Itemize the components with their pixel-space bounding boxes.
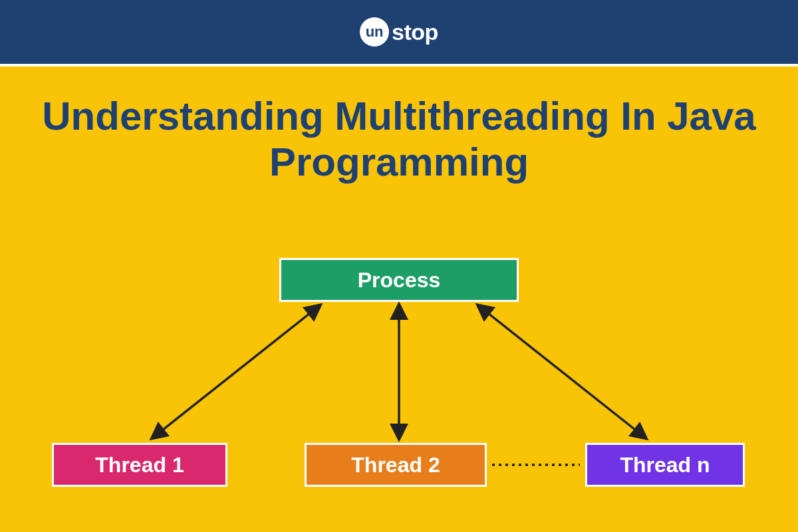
thread2-node: Thread 2 [305, 443, 487, 487]
thread1-node: Thread 1 [52, 443, 227, 487]
threadn-label: Thread n [620, 453, 710, 477]
svg-line-2 [479, 306, 645, 438]
process-label: Process [358, 268, 441, 293]
content-area: Understanding Multithreading In Java Pro… [0, 64, 798, 532]
thread2-label: Thread 2 [351, 453, 440, 477]
multithreading-diagram: Process Thread 1 Thread 2 Thread n [0, 239, 798, 532]
brand-logo-icon-text: un [366, 23, 384, 41]
svg-line-0 [153, 306, 319, 438]
thread1-label: Thread 1 [95, 453, 184, 477]
page-title: Understanding Multithreading In Java Pro… [0, 66, 798, 185]
brand-logo-name: stop [392, 19, 438, 45]
brand-logo: un stop [360, 17, 438, 47]
header-bar: un stop [0, 0, 798, 64]
threadn-node: Thread n [585, 443, 745, 487]
brand-logo-circle: un [360, 17, 389, 47]
process-node: Process [279, 258, 519, 302]
